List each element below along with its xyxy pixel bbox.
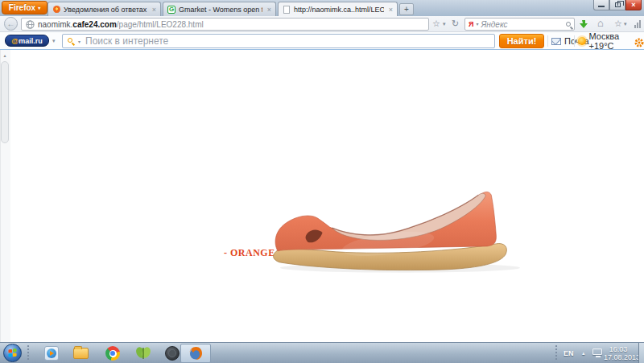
close-icon: × xyxy=(631,1,635,9)
mailru-toolbar: @mail.ru ▾ ▾ Найти! Почта Москва +19°C xyxy=(0,32,644,50)
minimize-button[interactable] xyxy=(593,0,609,10)
tab-sibmama[interactable]: Уведомления об ответах :: Сибмама... × xyxy=(47,2,161,16)
mailru-logo-label: mail.ru xyxy=(19,37,43,45)
address-bar[interactable]: naomimk.cafe24.com/page/html/LEO228.html xyxy=(21,18,429,31)
taskbar-item-messenger[interactable] xyxy=(135,345,151,361)
url-path: /page/html/LEO228.html xyxy=(117,20,204,29)
taskbar: EN ▴ 16:03 17.08.2013 xyxy=(0,342,644,363)
network-icon[interactable] xyxy=(592,349,603,357)
firefox-menu-button[interactable]: Firefox ▾ xyxy=(2,1,47,14)
envelope-icon xyxy=(551,38,561,45)
minimize-icon xyxy=(598,6,605,7)
orange-flat-shoe-illustration xyxy=(268,184,524,281)
gmarket-favicon-icon: G xyxy=(167,6,175,14)
home-button[interactable]: ⌂ xyxy=(597,18,604,28)
media-player-icon xyxy=(44,346,59,361)
taskbar-item-world-of-tanks[interactable] xyxy=(164,345,180,361)
url-host-prefix: naomimk. xyxy=(38,20,72,29)
taskbar-grip xyxy=(27,344,30,361)
app-stats-icon[interactable] xyxy=(634,20,641,28)
page-content: - ORANGE ▴ xyxy=(0,50,644,342)
tab-active-leo228[interactable]: http://naomimk.ca..html/LEO228.html × xyxy=(278,2,398,16)
clock-date: 17.08.2013 xyxy=(604,353,633,361)
sun-icon xyxy=(578,37,586,45)
butterfly-icon xyxy=(135,346,151,361)
tab-close-icon[interactable]: × xyxy=(151,6,156,14)
mailru-search-icon xyxy=(68,38,72,43)
title-bar: Firefox ▾ Уведомления об ответах :: Сибм… xyxy=(0,0,644,16)
window-controls: × xyxy=(593,0,642,10)
new-tab-button[interactable]: + xyxy=(399,3,414,15)
blank-page-favicon-icon xyxy=(283,6,291,14)
restore-icon xyxy=(615,2,621,7)
world-of-tanks-icon xyxy=(165,346,180,361)
tab-close-icon[interactable]: × xyxy=(266,6,271,14)
firefox-menu-label: Firefox xyxy=(9,3,35,12)
toolbar-settings-button[interactable] xyxy=(634,36,644,51)
find-button[interactable]: Найти! xyxy=(499,34,544,48)
url-text: naomimk.cafe24.com/page/html/LEO228.html xyxy=(38,20,204,29)
scrollbar-thumb[interactable] xyxy=(1,61,9,143)
clock-time: 16:03 xyxy=(604,345,633,353)
engine-dropdown-icon[interactable]: ▾ xyxy=(476,22,478,27)
sibmama-favicon-icon xyxy=(52,6,60,14)
mailru-logo[interactable]: @mail.ru xyxy=(5,35,49,47)
tab-gmarket[interactable]: G Gmarket - Womens open toe flat sho... … xyxy=(163,2,276,16)
back-arrow-icon: ← xyxy=(7,19,15,28)
reload-icon[interactable]: ↻ xyxy=(452,19,459,28)
windows-flag-icon xyxy=(8,349,17,358)
tab-title: http://naomimk.ca..html/LEO228.html xyxy=(294,6,384,14)
search-icon[interactable] xyxy=(566,22,571,27)
download-arrow-icon xyxy=(579,19,588,29)
mailru-menu-caret-icon[interactable]: ▾ xyxy=(52,38,56,44)
url-domain: cafe24.com xyxy=(72,20,116,29)
bookmark-star-icon[interactable]: ☆ xyxy=(432,19,440,28)
tab-close-icon[interactable]: × xyxy=(387,6,393,14)
page-scrollbar[interactable]: ▴ xyxy=(0,50,10,342)
search-engine-label: Яндекс xyxy=(481,20,564,29)
scroll-up-icon[interactable]: ▴ xyxy=(0,51,10,60)
language-indicator[interactable]: EN xyxy=(564,349,574,357)
taskbar-item-firefox-active[interactable] xyxy=(180,344,211,363)
show-desktop-button[interactable] xyxy=(638,343,644,363)
history-dropdown-icon[interactable]: ▾ xyxy=(443,21,446,27)
bookmarks-dropdown-icon[interactable]: ▾ xyxy=(624,21,627,27)
product-image-shoe xyxy=(268,184,524,281)
start-button[interactable] xyxy=(3,344,22,362)
toolbar-divider xyxy=(574,35,575,47)
search-engine-box[interactable]: Я ▾ Яндекс xyxy=(464,18,575,31)
toolbar-divider xyxy=(547,35,548,47)
taskbar-item-chrome[interactable] xyxy=(105,345,121,361)
bookmarks-menu-icon[interactable]: ☆ xyxy=(614,19,622,28)
tray-grip xyxy=(555,344,558,361)
taskbar-item-explorer[interactable] xyxy=(72,345,89,361)
mailru-at-icon: @ xyxy=(11,37,19,45)
chrome-icon xyxy=(105,346,120,361)
navigation-bar: ← naomimk.cafe24.com/page/html/LEO228.ht… xyxy=(0,16,644,32)
folder-icon xyxy=(73,348,89,359)
restore-button[interactable] xyxy=(609,0,625,10)
mailru-search-caret-icon[interactable]: ▾ xyxy=(78,39,80,44)
chevron-down-icon: ▾ xyxy=(38,5,40,10)
back-button[interactable]: ← xyxy=(4,17,18,31)
globe-icon xyxy=(26,20,35,29)
tray-expand-icon[interactable]: ▴ xyxy=(582,350,585,357)
taskbar-clock[interactable]: 16:03 17.08.2013 xyxy=(604,345,633,361)
taskbar-item-media-player[interactable] xyxy=(43,345,60,361)
downloads-button[interactable] xyxy=(579,19,588,29)
gear-icon xyxy=(634,38,644,47)
yandex-icon: Я xyxy=(469,20,473,28)
tab-title: Уведомления об ответах :: Сибмама... xyxy=(64,6,147,14)
firefox-icon xyxy=(188,345,204,361)
tab-title: Gmarket - Womens open toe flat sho... xyxy=(179,6,262,14)
close-button[interactable]: × xyxy=(625,0,642,10)
mailru-search-input[interactable] xyxy=(62,34,495,48)
